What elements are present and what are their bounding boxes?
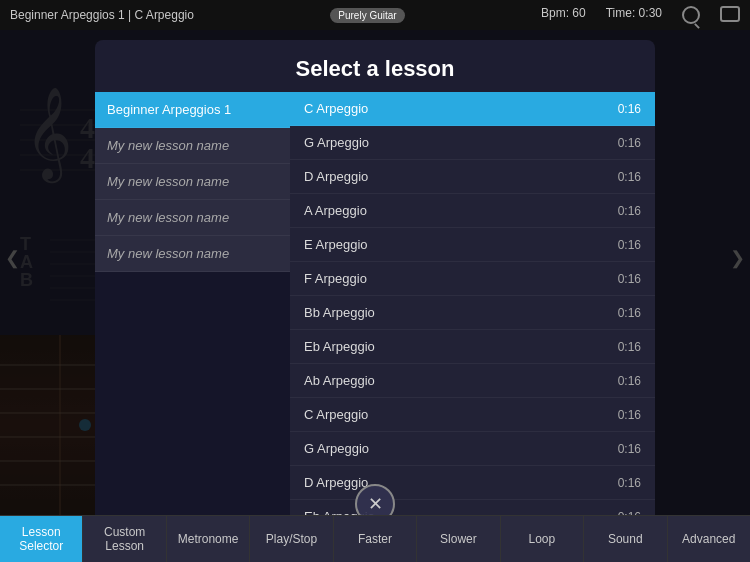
lesson-groups-panel: Beginner Arpeggios 1My new lesson nameMy… <box>95 92 290 562</box>
modal-overlay: Select a lesson Beginner Arpeggios 1My n… <box>0 30 750 515</box>
toolbar-btn-advanced[interactable]: Advanced <box>668 516 750 562</box>
lesson-item-duration: 0:16 <box>618 408 641 422</box>
lesson-item-duration: 0:16 <box>618 374 641 388</box>
title-bar-stats: Bpm: 60 Time: 0:30 <box>541 6 740 24</box>
lesson-group-item-1[interactable]: Beginner Arpeggios 1 <box>95 92 290 128</box>
lesson-group-item-5[interactable]: My new lesson name <box>95 236 290 272</box>
close-icon: ✕ <box>368 493 383 515</box>
lesson-item-12[interactable]: D Arpeggio0:16 <box>290 466 655 500</box>
lesson-item-2[interactable]: G Arpeggio0:16 <box>290 126 655 160</box>
lesson-item-6[interactable]: F Arpeggio0:16 <box>290 262 655 296</box>
lesson-item-9[interactable]: Ab Arpeggio0:16 <box>290 364 655 398</box>
lesson-item-1[interactable]: C Arpeggio0:16 <box>290 92 655 126</box>
lesson-item-duration: 0:16 <box>618 102 641 116</box>
modal-title: Select a lesson <box>95 40 655 92</box>
lesson-item-11[interactable]: G Arpeggio0:16 <box>290 432 655 466</box>
chat-icon[interactable] <box>720 6 740 22</box>
lesson-item-duration: 0:16 <box>618 204 641 218</box>
lesson-item-label: C Arpeggio <box>304 407 368 422</box>
lesson-item-duration: 0:16 <box>618 272 641 286</box>
logo-badge: Purely Guitar <box>330 8 404 23</box>
lesson-item-4[interactable]: A Arpeggio0:16 <box>290 194 655 228</box>
lesson-group-item-2[interactable]: My new lesson name <box>95 128 290 164</box>
lesson-item-5[interactable]: E Arpeggio0:16 <box>290 228 655 262</box>
toolbar-btn-metronome[interactable]: Metronome <box>167 516 250 562</box>
lesson-item-duration: 0:16 <box>618 442 641 456</box>
lesson-group-item-3[interactable]: My new lesson name <box>95 164 290 200</box>
lesson-item-duration: 0:16 <box>618 340 641 354</box>
lesson-item-label: Ab Arpeggio <box>304 373 375 388</box>
search-icon[interactable] <box>682 6 700 24</box>
toolbar-btn-slower[interactable]: Slower <box>417 516 500 562</box>
lesson-item-3[interactable]: D Arpeggio0:16 <box>290 160 655 194</box>
lesson-group-item-4[interactable]: My new lesson name <box>95 200 290 236</box>
lesson-item-label: A Arpeggio <box>304 203 367 218</box>
window-title: Beginner Arpeggios 1 | C Arpeggio <box>10 8 194 22</box>
title-bar: Beginner Arpeggios 1 | C Arpeggio Purely… <box>0 0 750 30</box>
lesson-item-duration: 0:16 <box>618 170 641 184</box>
lesson-item-label: G Arpeggio <box>304 135 369 150</box>
lesson-item-duration: 0:16 <box>618 306 641 320</box>
time-display: Time: 0:30 <box>606 6 662 24</box>
lesson-item-label: F Arpeggio <box>304 271 367 286</box>
lesson-item-10[interactable]: C Arpeggio0:16 <box>290 398 655 432</box>
lesson-item-label: D Arpeggio <box>304 169 368 184</box>
lesson-items-panel: C Arpeggio0:16G Arpeggio0:16D Arpeggio0:… <box>290 92 655 562</box>
lesson-item-label: G Arpeggio <box>304 441 369 456</box>
lesson-item-label: Bb Arpeggio <box>304 305 375 320</box>
toolbar-btn-loop[interactable]: Loop <box>501 516 584 562</box>
lesson-item-duration: 0:16 <box>618 476 641 490</box>
toolbar-btn-lesson-selector[interactable]: Lesson Selector <box>0 516 83 562</box>
toolbar-btn-sound[interactable]: Sound <box>584 516 667 562</box>
logo-area: Purely Guitar <box>330 8 404 23</box>
lesson-item-duration: 0:16 <box>618 136 641 150</box>
lesson-item-label: E Arpeggio <box>304 237 368 252</box>
lesson-item-label: C Arpeggio <box>304 101 368 116</box>
toolbar-btn-play-stop[interactable]: Play/Stop <box>250 516 333 562</box>
toolbar: Lesson SelectorCustom LessonMetronomePla… <box>0 515 750 562</box>
toolbar-btn-faster[interactable]: Faster <box>334 516 417 562</box>
lesson-item-label: Eb Arpeggio <box>304 339 375 354</box>
bpm-display: Bpm: 60 <box>541 6 586 24</box>
toolbar-btn-custom-lesson[interactable]: Custom Lesson <box>83 516 166 562</box>
lesson-item-7[interactable]: Bb Arpeggio0:16 <box>290 296 655 330</box>
lesson-item-duration: 0:16 <box>618 238 641 252</box>
lesson-item-8[interactable]: Eb Arpeggio0:16 <box>290 330 655 364</box>
